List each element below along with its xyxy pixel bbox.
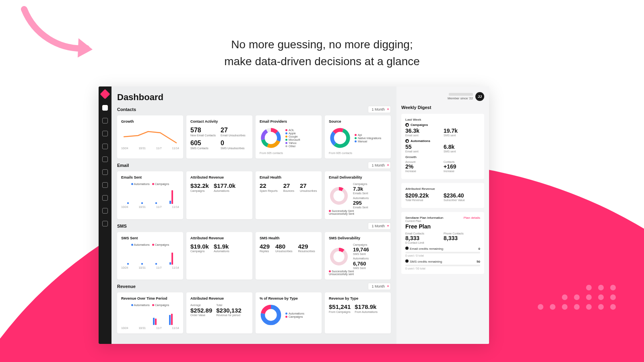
nav-icon[interactable]: [102, 144, 108, 149]
card-revenue-by-type: Revenue by Type $51,241From Campaigns $1…: [325, 292, 391, 333]
card-sms-deliverability: SMS Deliverability Campaigns 19,746 SMS …: [325, 232, 391, 280]
plan-details-link[interactable]: Plan details: [464, 216, 480, 220]
sms-sent-bar-chart: [121, 249, 179, 265]
card-sms-health: SMS Health 429Replies 480Unsubscribes 42…: [256, 232, 322, 280]
card-email-revenue: Attributed Revenue $32.2kCampaigns $177.…: [186, 171, 252, 219]
right-rail: Member since '22 JJ Weekly Digest Last W…: [396, 86, 489, 344]
card-source: Source Api Native Integrations Manual Fr…: [325, 115, 391, 158]
rail-plan-info: Sendlane Plan InformationPlan details Cu…: [401, 212, 484, 274]
card-revenue-attributed: Attributed Revenue Average$252.89Order V…: [186, 292, 252, 333]
card-growth: Growth 10/24 10/31 11/7 11/14: [117, 115, 183, 158]
card-emails-sent: Emails Sent AutomationsCampaigns 10/2410…: [117, 171, 183, 219]
sms-deliv-donut-chart: [329, 247, 349, 267]
automation-icon: [405, 139, 409, 143]
email-deliv-donut-chart: [329, 186, 349, 206]
avatar[interactable]: JJ: [475, 92, 484, 101]
email-icon: [405, 247, 409, 250]
svg-point-9: [332, 189, 346, 203]
nav-dashboard-icon[interactable]: [102, 105, 108, 111]
app-window: Dashboard Contacts 1 Month Growth 10/24 …: [99, 86, 489, 344]
rail-last-week: Last Week Campaigns 36.3kEmail sent 19.7…: [401, 114, 484, 179]
campaign-icon: [405, 123, 409, 127]
nav-icon[interactable]: [102, 131, 108, 136]
card-sms-revenue: Attributed Revenue $19.0kCampaigns $1.9k…: [186, 232, 252, 280]
section-title-email: Email: [117, 163, 129, 168]
user-block[interactable]: Member since '22 JJ: [401, 92, 484, 101]
nav-logout-icon[interactable]: [102, 208, 108, 214]
main-content: Dashboard Contacts 1 Month Growth 10/24 …: [111, 86, 396, 344]
emails-sent-bar-chart: [121, 188, 179, 204]
weekly-digest-title: Weekly Digest: [401, 105, 484, 110]
nav-icon[interactable]: [102, 156, 108, 162]
marketing-tagline: No more guessing, no more digging; make …: [0, 36, 644, 70]
section-title-revenue: Revenue: [117, 284, 136, 289]
nav-icon[interactable]: [102, 182, 108, 188]
decorative-dots: [538, 281, 616, 310]
nav-icon[interactable]: [102, 118, 108, 123]
growth-line-chart: [121, 127, 179, 145]
sidebar: [99, 86, 111, 344]
card-contact-activity: Contact Activity 578New Email Contacts 2…: [186, 115, 252, 158]
section-title-sms: SMS: [117, 224, 127, 228]
nav-icon[interactable]: [102, 169, 108, 175]
period-select[interactable]: 1 Month: [368, 106, 391, 113]
rail-attributed-revenue: Attributed Revenue $209.22kTotal Revenue…: [401, 183, 484, 208]
nav-settings-icon[interactable]: [102, 195, 108, 201]
providers-donut-chart: [260, 127, 282, 149]
source-donut-chart: [329, 127, 351, 149]
card-sms-sent: SMS Sent AutomationsCampaigns 10/2410/31…: [117, 232, 183, 280]
period-select[interactable]: 1 Month: [368, 222, 391, 230]
pct-revenue-donut-chart: [260, 304, 282, 326]
card-email-providers: Email Providers AOL Apple Google Microso…: [256, 115, 322, 158]
logo-icon: [100, 89, 110, 99]
card-revenue-over-time: Revenue Over Time Period AutomationsCamp…: [117, 292, 183, 333]
card-email-health: Email Health 22Spam Reports 27Bounces 27…: [256, 171, 322, 219]
card-pct-revenue-type: % of Revenue by Type Automations Campaig…: [256, 292, 322, 333]
period-select[interactable]: 1 Month: [368, 283, 391, 290]
sms-icon: [405, 259, 409, 263]
nav-icon[interactable]: [102, 221, 108, 226]
card-email-deliverability: Email Deliverability Campaigns 7.3k Emai…: [325, 171, 391, 219]
revenue-over-time-bar-chart: [121, 309, 179, 325]
section-title-contacts: Contacts: [117, 107, 136, 112]
svg-point-11: [332, 249, 346, 264]
page-title: Dashboard: [117, 92, 391, 103]
period-select[interactable]: 1 Month: [368, 162, 391, 169]
